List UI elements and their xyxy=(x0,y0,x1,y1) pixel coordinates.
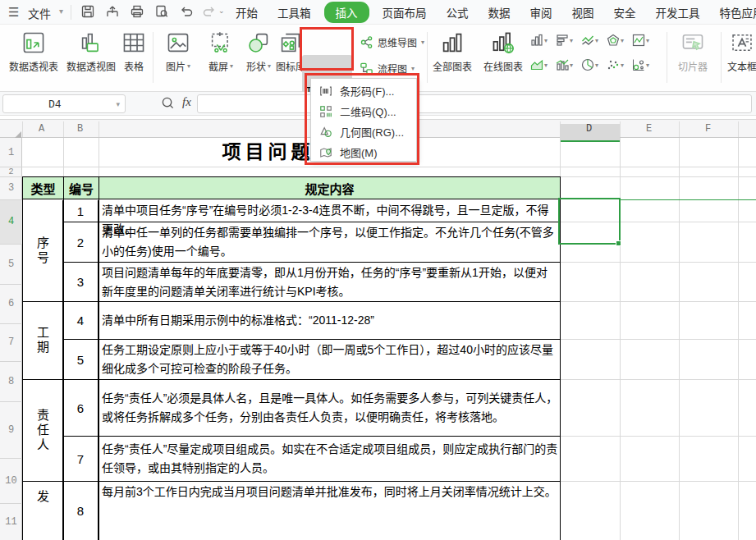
no-cell-1[interactable]: 1 xyxy=(63,200,99,222)
combo-chart-icon[interactable]: ▾ xyxy=(552,58,576,71)
column-header-e[interactable]: E xyxy=(646,123,652,135)
print-icon[interactable] xyxy=(130,4,146,21)
row-header-11[interactable]: 11 xyxy=(0,503,22,540)
table-button[interactable]: 表格 xyxy=(120,30,148,73)
stock-chart-icon[interactable]: ▾ xyxy=(629,34,653,47)
no-cell-7[interactable]: 7 xyxy=(63,437,99,481)
row-header-3[interactable]: 3 xyxy=(0,176,22,199)
file-menu[interactable]: 文件 xyxy=(28,5,51,21)
online-chart-button[interactable]: 在线图表 xyxy=(479,30,527,73)
row-header-2[interactable]: 2 xyxy=(0,167,22,176)
print-preview-icon[interactable] xyxy=(154,4,171,21)
map-icon xyxy=(319,146,332,159)
content-cell-8[interactable]: 每月前3个工作日内完成当月项目问题清单并批准发布，同时将上月关闭率情况统计上交。 xyxy=(99,482,560,540)
no-cell-8[interactable]: 8 xyxy=(63,482,99,540)
column-header-f[interactable]: F xyxy=(705,123,711,135)
undo-icon[interactable] xyxy=(179,4,195,21)
tab-insert[interactable]: 插入 xyxy=(324,2,369,23)
export-icon[interactable] xyxy=(105,4,121,21)
row-header-7[interactable]: 7 xyxy=(0,323,22,361)
picture-button[interactable]: 图片▾ xyxy=(156,30,200,73)
fx-icon[interactable]: fx xyxy=(182,95,191,109)
tab-security[interactable]: 安全 xyxy=(604,2,646,22)
tab-developer[interactable]: 开发工具 xyxy=(646,2,710,22)
row-header-6[interactable]: 6 xyxy=(0,284,22,323)
mind-map-button[interactable]: 思维导图 ▾ xyxy=(360,35,424,49)
formula-input[interactable] xyxy=(197,94,752,113)
no-cell-6[interactable]: 6 xyxy=(63,380,99,436)
file-caret-icon[interactable]: ▾ xyxy=(59,7,63,16)
save-icon[interactable] xyxy=(80,4,97,21)
row-header-4-selected[interactable]: 4 xyxy=(0,199,22,244)
pivot-table-icon xyxy=(21,30,46,56)
sheet-title[interactable]: 项目问题清单 xyxy=(22,138,560,167)
column-chart-icon[interactable]: ▾ xyxy=(527,34,551,47)
row-header-8[interactable]: 8 xyxy=(0,361,22,401)
row-header-5[interactable]: 5 xyxy=(0,244,22,284)
header-cell-no[interactable]: 编号 xyxy=(63,176,99,199)
category-cell-zerenren[interactable]: 责任人 xyxy=(22,380,63,481)
slicer-button[interactable]: 切片器 xyxy=(673,30,712,73)
column-header-b[interactable]: B xyxy=(77,123,83,135)
tab-special-apps[interactable]: 特色应用 xyxy=(710,2,756,22)
main-menu-icon[interactable]: ☰ xyxy=(8,7,23,18)
divider xyxy=(71,5,71,20)
fill-handle[interactable] xyxy=(616,240,621,246)
menu-item-label: 二维码(Q)... xyxy=(340,103,396,119)
radar-chart-icon[interactable]: ▾ xyxy=(603,34,627,47)
content-cell-7[interactable]: 任务“责任人”尽量定成项目组成员。如实在不合适定成项目组成员，则应定成执行部门的… xyxy=(99,437,560,481)
cell-reference: D4 xyxy=(48,98,62,111)
select-all-icon[interactable] xyxy=(15,131,21,138)
chart-mini-row-1: ▾ ▾ ▾ ▾ ▾ xyxy=(527,34,653,47)
text-box-button[interactable]: 文本框 xyxy=(726,30,756,73)
row-header-1[interactable]: 1 xyxy=(0,138,22,167)
no-cell-5[interactable]: 5 xyxy=(63,340,99,379)
category-cell-gongqi[interactable]: 工期 xyxy=(22,302,63,379)
menu-item-barcode[interactable]: 条形码(F)... xyxy=(311,80,418,101)
column-header-d[interactable]: D xyxy=(586,123,592,135)
content-cell-1[interactable]: 清单中项目任务“序号”在编号时必须1-2-3-4连贯不断，中间不得跳号，且一旦定… xyxy=(99,200,560,222)
tab-home[interactable]: 开始 xyxy=(226,2,268,22)
grid-area: A B C D E F 1 2 3 4 5 6 7 8 9 10 11 xyxy=(0,116,756,540)
no-cell-2[interactable]: 2 xyxy=(63,222,99,262)
tab-view[interactable]: 视图 xyxy=(562,2,604,22)
tab-toolbox[interactable]: 工具箱 xyxy=(268,2,321,22)
pivot-table-button[interactable]: 数据透视表 xyxy=(7,30,61,73)
area-chart-icon[interactable]: ▾ xyxy=(527,58,551,71)
menu-item-geometry[interactable]: 几何图(RG)... xyxy=(311,121,418,142)
tab-formulas[interactable]: 公式 xyxy=(437,2,479,22)
redo-icon[interactable] xyxy=(202,4,218,21)
category-cell-fa[interactable]: 发 xyxy=(22,482,63,540)
selected-cell-d4[interactable] xyxy=(558,198,621,245)
content-cell-4[interactable]: 清单中所有日期采用示例中的标准格式：“2011-12-28” xyxy=(99,302,560,339)
scatter-chart-icon[interactable]: ▾ xyxy=(603,58,627,71)
name-box[interactable]: D4 ▾ xyxy=(2,94,126,113)
content-cell-2[interactable]: 清单中任一单列的任务都需要单独编排一个序号，以便工作指定。不允许几个任务(不管多… xyxy=(99,222,560,262)
pivot-chart-button[interactable]: 数据透视图 xyxy=(64,30,118,73)
category-cell-xuhao[interactable]: 序号 xyxy=(22,200,63,301)
all-charts-button[interactable]: 全部图表 xyxy=(430,30,474,73)
row-header-10[interactable]: 10 xyxy=(0,458,22,503)
column-header-a[interactable]: A xyxy=(39,123,44,135)
zoom-search-icon[interactable] xyxy=(161,96,175,110)
header-cell-type[interactable]: 类型 xyxy=(22,176,64,199)
no-cell-3[interactable]: 3 xyxy=(63,263,99,301)
content-cell-5[interactable]: 任务工期设定原则上应小于或等于40小时（即一周或5个工作日），超过40小时的应该… xyxy=(99,340,560,379)
tab-review[interactable]: 审阅 xyxy=(520,2,562,22)
menu-item-qrcode[interactable]: 二维码(Q)... xyxy=(311,101,418,121)
flowchart-button[interactable]: 流程图 ▾ xyxy=(360,62,415,76)
pie-chart-icon[interactable]: ▾ xyxy=(578,58,602,71)
menu-item-label: 条形码(F)... xyxy=(340,83,394,98)
tab-data[interactable]: 数据 xyxy=(479,2,520,22)
bubble-chart-icon[interactable]: ▾ xyxy=(629,58,653,71)
line-chart-icon[interactable]: ▾ xyxy=(578,34,602,47)
tab-page-layout[interactable]: 页面布局 xyxy=(373,2,437,22)
header-cell-content[interactable]: 规定内容 xyxy=(99,176,561,199)
row-header-9[interactable]: 9 xyxy=(0,401,22,458)
name-box-caret-icon[interactable]: ▾ xyxy=(116,100,120,108)
bar-chart-icon[interactable]: ▾ xyxy=(552,34,576,47)
content-cell-3[interactable]: 项目问题清单每年的年底要清零，即从1月份开始，任务的“序号”要重新从1开始，以便… xyxy=(99,263,560,301)
no-cell-4[interactable]: 4 xyxy=(63,302,99,339)
content-cell-6[interactable]: 任务“责任人”必须是具体人名，且是唯一具体人。如任务需要多人参与，可列关键责任人… xyxy=(99,380,560,436)
menu-item-map[interactable]: 地图(M) xyxy=(311,142,418,162)
